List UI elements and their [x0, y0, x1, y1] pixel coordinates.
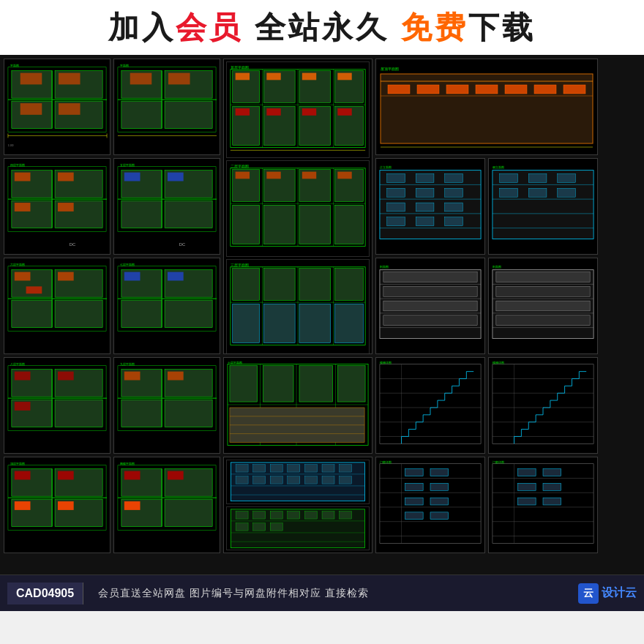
blueprint-r2c5: 侧立面图 — [488, 158, 598, 255]
svg-text:顶层平面图: 顶层平面图 — [10, 462, 25, 465]
svg-rect-139 — [416, 203, 434, 211]
blueprint-r1c2: 平面图 — [113, 59, 220, 155]
svg-rect-154 — [500, 188, 518, 197]
svg-rect-290 — [253, 465, 266, 472]
svg-rect-122 — [124, 173, 141, 181]
svg-rect-235 — [337, 366, 365, 402]
svg-rect-344 — [543, 469, 561, 476]
blueprint-r5c2: 阁楼平面图 — [113, 457, 220, 553]
svg-text:平面图: 平面图 — [120, 64, 129, 67]
svg-rect-310 — [270, 511, 282, 518]
svg-rect-189 — [383, 301, 477, 311]
blueprint-center-sub3: 三层平面图 — [226, 259, 370, 354]
svg-rect-13 — [20, 103, 42, 115]
svg-rect-179 — [168, 272, 184, 281]
svg-rect-44 — [266, 73, 280, 80]
blueprint-r2c4: 正立面图 — [375, 158, 485, 255]
svg-rect-333 — [430, 512, 449, 520]
svg-rect-282 — [124, 501, 141, 510]
svg-rect-223 — [124, 372, 141, 381]
svg-rect-294 — [322, 465, 334, 472]
svg-rect-188 — [383, 286, 477, 296]
svg-rect-138 — [387, 203, 405, 211]
svg-rect-123 — [168, 173, 184, 181]
svg-rect-136 — [416, 188, 434, 197]
svg-rect-328 — [405, 483, 423, 490]
blueprint-r4c2: 九层平面图 — [113, 357, 220, 454]
svg-text:首层平面图: 首层平面图 — [231, 65, 249, 70]
svg-rect-241 — [376, 359, 484, 452]
svg-rect-135 — [387, 188, 405, 197]
svg-rect-85 — [334, 304, 363, 342]
svg-rect-313 — [322, 511, 334, 518]
footer-code: CAD04905 — [7, 583, 83, 604]
svg-rect-141 — [387, 217, 405, 226]
svg-text:侧立面图: 侧立面图 — [493, 165, 504, 169]
svg-rect-201 — [496, 315, 590, 326]
svg-text:剖面图: 剖面图 — [380, 265, 389, 269]
svg-rect-132 — [387, 174, 405, 183]
blueprint-center-r5 — [223, 457, 372, 553]
svg-rect-309 — [253, 511, 266, 518]
svg-rect-26 — [130, 73, 152, 85]
svg-rect-153 — [558, 174, 576, 183]
svg-rect-317 — [270, 523, 282, 530]
svg-rect-12 — [59, 73, 80, 85]
svg-rect-27 — [168, 73, 190, 85]
svg-rect-108 — [15, 173, 31, 181]
svg-rect-269 — [15, 501, 31, 510]
svg-rect-63 — [233, 205, 260, 244]
svg-rect-301 — [322, 476, 334, 484]
blueprint-grid: 平面图 1:100 平面图 — [0, 55, 644, 574]
svg-text:八层平面图: 八层平面图 — [10, 362, 25, 366]
svg-text:十层平面图: 十层平面图 — [228, 361, 242, 364]
blueprint-r3c5: 剖面图 — [488, 258, 598, 354]
svg-rect-331 — [430, 498, 449, 505]
svg-rect-224 — [168, 372, 184, 381]
svg-text:剖面图: 剖面图 — [493, 265, 501, 269]
svg-rect-142 — [416, 217, 434, 226]
blueprint-r5c1: 顶层平面图 — [4, 457, 111, 553]
svg-rect-46 — [337, 73, 351, 80]
svg-rect-346 — [543, 483, 561, 490]
svg-rect-267 — [15, 471, 31, 480]
svg-rect-200 — [496, 301, 590, 311]
svg-rect-111 — [58, 203, 74, 211]
footer-description: 会员直送全站网盘 图片编号与网盘附件相对应 直接检索 — [83, 587, 578, 600]
svg-rect-332 — [405, 512, 423, 520]
svg-rect-110 — [15, 203, 31, 211]
blueprint-r3c4: 剖面图 — [375, 258, 485, 354]
svg-rect-233 — [263, 366, 293, 402]
svg-text:阁楼平面图: 阁楼平面图 — [120, 462, 135, 465]
svg-rect-302 — [340, 476, 352, 484]
svg-rect-22 — [165, 101, 212, 128]
footer-logo-text: 设计云 — [602, 585, 637, 601]
svg-rect-292 — [288, 465, 300, 472]
blueprint-r5c5: 门窗详图 — [488, 457, 598, 553]
svg-text:九层平面图: 九层平面图 — [120, 362, 135, 366]
svg-rect-295 — [340, 465, 352, 472]
svg-rect-119 — [165, 201, 212, 228]
blueprint-r2c1: 四层平面图 DC — [4, 158, 111, 255]
svg-rect-250 — [489, 359, 597, 452]
svg-rect-155 — [528, 188, 547, 197]
svg-rect-199 — [496, 286, 590, 296]
svg-rect-94 — [476, 85, 498, 94]
svg-rect-64 — [263, 205, 295, 244]
svg-rect-345 — [517, 483, 536, 490]
svg-rect-162 — [12, 300, 52, 327]
header-highlight-member: 会员 — [176, 10, 243, 45]
svg-text:门窗详图: 门窗详图 — [380, 460, 392, 464]
svg-rect-47 — [236, 108, 250, 116]
svg-rect-293 — [304, 465, 317, 472]
svg-rect-312 — [304, 511, 317, 518]
svg-text:六层平面图: 六层平面图 — [10, 263, 25, 266]
svg-rect-316 — [253, 523, 266, 530]
svg-text:DC: DC — [179, 242, 186, 247]
header-highlight-free: 免费 — [401, 10, 468, 45]
svg-rect-156 — [558, 188, 576, 197]
svg-rect-50 — [337, 108, 351, 116]
svg-rect-67 — [236, 172, 250, 179]
blueprint-center-r4: 十层平面图 — [223, 357, 372, 454]
svg-rect-109 — [58, 173, 74, 181]
